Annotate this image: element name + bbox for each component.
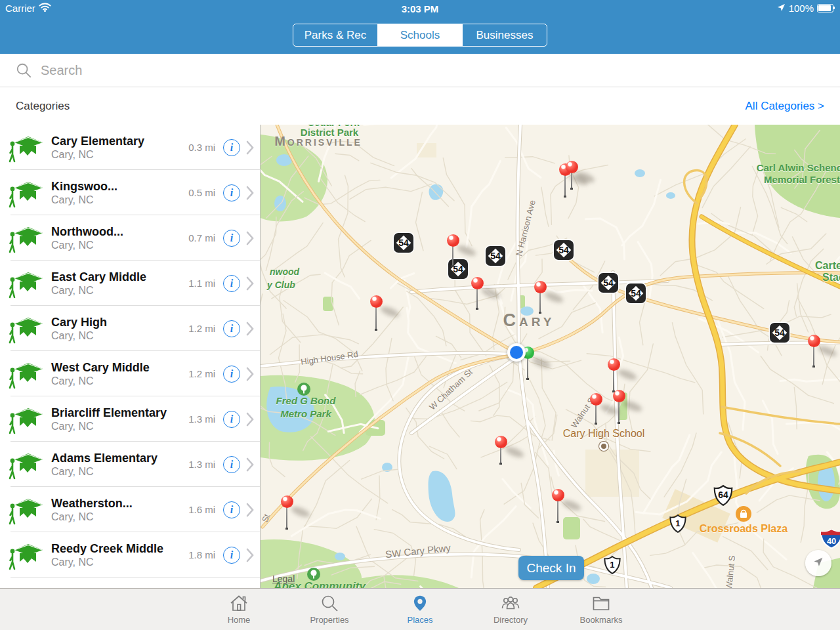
red-map-pin[interactable] xyxy=(534,281,547,293)
segment-businesses[interactable]: Businesses xyxy=(462,24,547,46)
list-item[interactable]: Adams ElementaryCary, NC1.3 mii xyxy=(0,442,260,487)
tab-bookmarks[interactable]: Bookmarks xyxy=(556,589,646,630)
chevron-right-icon xyxy=(240,322,260,336)
list-item[interactable]: West Cary MiddleCary, NC1.2 mii xyxy=(0,351,260,396)
people-icon xyxy=(500,593,521,614)
tab-home[interactable]: Home xyxy=(194,589,284,630)
clock: 3:03 PM xyxy=(0,3,840,14)
search-tab-icon xyxy=(320,593,339,614)
red-map-pin[interactable] xyxy=(808,335,820,347)
chevron-right-icon xyxy=(240,367,260,381)
red-map-pin[interactable] xyxy=(590,393,602,406)
red-map-pin[interactable] xyxy=(613,390,625,402)
header: Carrier 3:03 PM 100% Parks & Rec Schools xyxy=(0,0,840,54)
all-categories-link[interactable]: All Categories > xyxy=(746,100,824,113)
route-shield-nc54: 54 xyxy=(448,259,468,279)
info-button[interactable]: i xyxy=(223,230,240,247)
segment-parks-rec[interactable]: Parks & Rec xyxy=(293,24,377,46)
info-button[interactable]: i xyxy=(223,411,240,428)
chevron-right-icon xyxy=(240,503,260,517)
map-canvas[interactable]: Cedar Fork District Park Morrisville Car… xyxy=(261,125,840,588)
school-location: Cary, NC xyxy=(51,375,94,387)
school-icon xyxy=(8,450,45,480)
tab-places[interactable]: Places xyxy=(375,589,465,630)
school-icon xyxy=(8,495,45,525)
list-item[interactable]: Cary ElementaryCary, NC0.3 mii xyxy=(0,125,260,170)
info-button[interactable]: i xyxy=(223,184,240,201)
categories-bar: Categories All Categories > xyxy=(0,87,840,125)
battery-percent: 100% xyxy=(789,3,814,14)
red-map-pin[interactable] xyxy=(552,489,564,501)
navigation-arrow-icon xyxy=(812,555,825,571)
info-button[interactable]: i xyxy=(223,275,240,292)
chevron-right-icon xyxy=(240,548,260,562)
legal-link[interactable]: Legal xyxy=(272,574,295,584)
search-bar xyxy=(0,54,840,87)
tab-label: Directory xyxy=(494,615,528,625)
school-distance: 0.7 mi xyxy=(175,232,215,243)
info-button[interactable]: i xyxy=(223,366,240,383)
school-distance: 1.3 mi xyxy=(175,413,215,425)
school-distance: 1.8 mi xyxy=(175,549,215,560)
user-location-inner xyxy=(510,346,523,359)
info-button[interactable]: i xyxy=(223,547,240,564)
school-location: Cary, NC xyxy=(51,466,94,477)
home-icon xyxy=(229,593,249,614)
tab-directory[interactable]: Directory xyxy=(465,589,556,630)
red-map-pin[interactable] xyxy=(471,277,484,289)
school-icon xyxy=(8,223,45,253)
user-location-dot[interactable] xyxy=(507,343,526,362)
school-location: Cary, NC xyxy=(51,240,94,251)
school-distance: 0.3 mi xyxy=(175,142,215,153)
route-shield-nc54: 54 xyxy=(394,233,413,253)
pin-needle xyxy=(476,286,478,310)
tab-properties[interactable]: Properties xyxy=(284,589,375,630)
school-icon xyxy=(8,178,45,208)
school-location: Cary, NC xyxy=(51,511,94,522)
check-in-button[interactable]: Check In xyxy=(518,556,584,580)
list-item[interactable]: Reedy Creek MiddleCary, NC1.8 mii xyxy=(0,532,260,578)
list-item[interactable]: Kingswoo...Cary, NC0.5 mii xyxy=(0,170,260,215)
school-distance: 1.6 mi xyxy=(175,504,215,515)
route-shield-us64: 64 xyxy=(713,484,731,504)
red-map-pin[interactable] xyxy=(281,495,293,508)
school-icon xyxy=(8,314,45,344)
school-location: Cary, NC xyxy=(51,330,94,341)
status-bar: Carrier 3:03 PM 100% xyxy=(0,0,840,18)
search-input[interactable] xyxy=(39,62,840,79)
pin-needle xyxy=(571,170,572,190)
red-map-pin[interactable] xyxy=(447,234,459,247)
info-button[interactable]: i xyxy=(223,139,240,156)
list-item[interactable]: Briarcliff ElementaryCary, NC1.3 mii xyxy=(0,396,260,442)
school-name: Briarcliff Elementary xyxy=(51,406,167,419)
chevron-right-icon xyxy=(240,231,260,245)
red-map-pin[interactable] xyxy=(370,295,383,308)
chevron-right-icon xyxy=(240,276,260,291)
school-name: Reedy Creek Middle xyxy=(51,542,163,555)
route-shield-us1: 1 xyxy=(669,514,687,534)
list-item[interactable]: Weatherston...Cary, NC1.6 mii xyxy=(0,487,260,532)
red-map-pin[interactable] xyxy=(495,436,507,448)
info-button[interactable]: i xyxy=(223,456,240,473)
segment-schools[interactable]: Schools xyxy=(377,24,462,46)
info-button[interactable]: i xyxy=(223,501,240,518)
svg-text:64: 64 xyxy=(718,490,728,500)
list-item-partial[interactable] xyxy=(0,578,260,588)
red-map-pin[interactable] xyxy=(608,358,620,371)
school-location: Cary, NC xyxy=(51,556,94,568)
school-icon xyxy=(8,359,45,389)
school-icon xyxy=(8,268,45,299)
route-shield-nc54: 54 xyxy=(554,240,574,260)
school-distance: 0.5 mi xyxy=(175,187,215,198)
info-button[interactable]: i xyxy=(223,320,240,337)
pin-needle xyxy=(375,304,377,331)
locate-button[interactable] xyxy=(805,550,831,576)
chevron-right-icon xyxy=(240,140,260,155)
pin-needle xyxy=(595,402,597,425)
list-item[interactable]: East Cary MiddleCary, NC1.1 mii xyxy=(0,261,260,306)
red-map-pin[interactable] xyxy=(566,161,578,173)
list-item[interactable]: Northwood...Cary, NC0.7 mii xyxy=(0,215,260,261)
categories-title: Categories xyxy=(16,100,70,113)
content: Cary ElementaryCary, NC0.3 miiKingswoo..… xyxy=(0,125,840,588)
list-item[interactable]: Cary HighCary, NC1.2 mii xyxy=(0,306,260,351)
